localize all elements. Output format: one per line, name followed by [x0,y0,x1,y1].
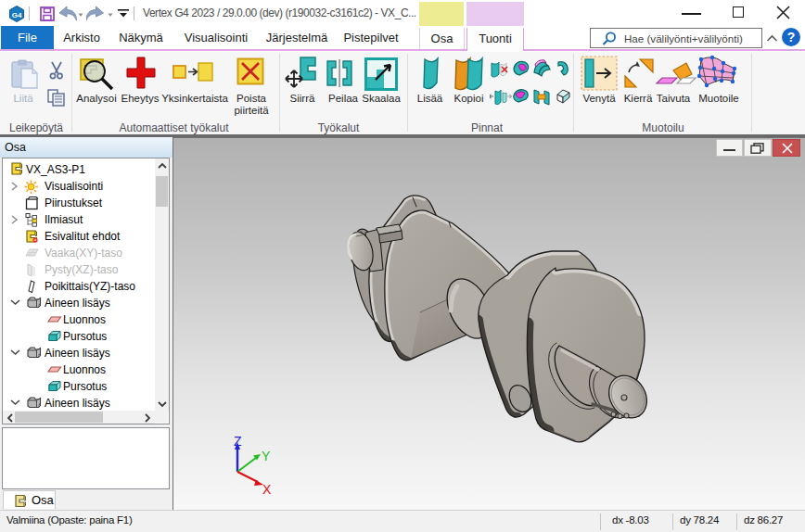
svg-text:Z: Z [234,435,242,449]
svg-text:X: X [262,482,272,497]
svg-text:G4: G4 [12,11,22,19]
svg-text:Y: Y [262,449,271,463]
